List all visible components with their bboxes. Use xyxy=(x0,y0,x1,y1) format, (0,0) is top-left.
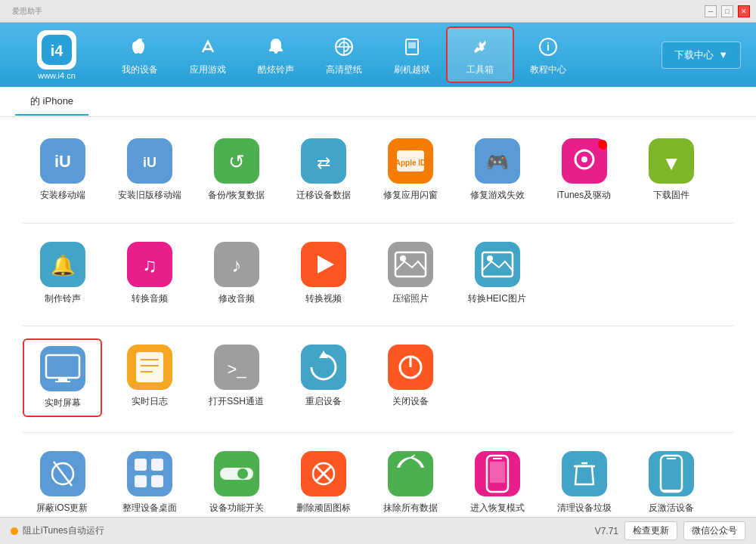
nav-tutorial-label: 教程中心 xyxy=(530,63,566,76)
check-update-button[interactable]: 检查更新 xyxy=(624,521,677,540)
open-ssh-icon: >_ xyxy=(214,345,259,390)
nav-jailbreak[interactable]: 刷机越狱 xyxy=(378,26,446,83)
edit-audio-icon: ♪ xyxy=(214,242,259,287)
backup-restore-icon: ↺ xyxy=(214,138,259,184)
tool-fix-app[interactable]: Apple ID修复应用闪窗 xyxy=(370,132,450,208)
svg-rect-48 xyxy=(136,352,163,382)
logo-area: i4 www.i4.cn xyxy=(8,30,106,80)
tool-migrate-data[interactable]: ⇄迁移设备数据 xyxy=(284,132,363,208)
svg-rect-77 xyxy=(490,462,505,483)
nav-apps-label: 应用游戏 xyxy=(190,63,226,76)
svg-point-68 xyxy=(237,468,248,479)
tool-reboot-device[interactable]: 重启设备 xyxy=(284,338,363,417)
download-firmware-label: 下载固件 xyxy=(653,190,689,202)
fix-game-icon: 🎮 xyxy=(475,138,520,184)
svg-point-42 xyxy=(487,255,493,261)
tool-convert-heic[interactable]: 转换HEIC图片 xyxy=(457,236,537,311)
wechat-button[interactable]: 微信公众号 xyxy=(683,521,745,540)
tool-clean-junk[interactable]: 清理设备垃圾 xyxy=(544,445,624,517)
device-tab-label: 的 iPhone xyxy=(30,95,73,107)
tool-realtime-log[interactable]: 实时日志 xyxy=(110,338,189,417)
convert-video-label: 转换视频 xyxy=(305,293,342,305)
download-center-label: 下载中心 xyxy=(674,48,714,62)
svg-text:i4: i4 xyxy=(51,42,64,59)
tool-make-ringtone[interactable]: 🔔制作铃声 xyxy=(23,236,102,311)
tool-erase-all[interactable]: 抹除所有数据 xyxy=(370,445,450,517)
tool-download-firmware[interactable]: ▼下载固件 xyxy=(631,132,711,208)
tool-row-1: iU安装移动端iU安装旧版移动端↺备份/恢复数据⇄迁移设备数据Apple ID修… xyxy=(23,132,733,208)
svg-text:iU: iU xyxy=(54,152,71,171)
tool-device-toggle[interactable]: 设备功能开关 xyxy=(197,445,276,517)
recovery-mode-icon xyxy=(475,451,520,496)
download-center-button[interactable]: 下载中心 ▼ xyxy=(662,42,741,69)
edit-audio-label: 修改音频 xyxy=(218,293,255,305)
logo-url: www.i4.cn xyxy=(38,71,76,80)
svg-text:i: i xyxy=(547,41,550,53)
tool-recovery-mode[interactable]: 进入恢复模式 xyxy=(457,445,537,517)
statusbar: 阻止iTunes自动运行 V7.71 检查更新 微信公众号 xyxy=(0,517,756,544)
nav-tutorial[interactable]: i 教程中心 xyxy=(514,26,582,83)
nav-ringtones-label: 酷炫铃声 xyxy=(258,63,294,76)
tool-install-app[interactable]: iU安装移动端 xyxy=(23,132,102,208)
realtime-screen-icon xyxy=(40,346,85,391)
nav-apps-games[interactable]: 应用游戏 xyxy=(174,26,242,83)
svg-text:♪: ♪ xyxy=(231,254,241,277)
compress-photo-icon xyxy=(388,242,433,287)
svg-rect-6 xyxy=(408,42,416,48)
minimize-button[interactable]: ─ xyxy=(705,5,717,17)
tool-install-old[interactable]: iU安装旧版移动端 xyxy=(110,132,189,208)
svg-point-2 xyxy=(138,39,142,43)
block-update-label: 屏蔽iOS更新 xyxy=(36,502,88,515)
erase-all-icon xyxy=(388,451,433,496)
svg-point-26 xyxy=(598,140,607,149)
convert-video-icon xyxy=(301,242,346,287)
realtime-log-label: 实时日志 xyxy=(132,396,168,408)
svg-point-39 xyxy=(400,255,406,261)
realtime-log-icon xyxy=(127,345,172,390)
device-tab[interactable]: 的 iPhone xyxy=(15,88,88,116)
svg-text:↺: ↺ xyxy=(228,150,245,173)
version-text: V7.71 xyxy=(595,526,618,536)
status-text: 阻止iTunes自动运行 xyxy=(23,524,104,537)
nav-my-device-label: 我的设备 xyxy=(122,63,158,76)
tool-backup-restore[interactable]: ↺备份/恢复数据 xyxy=(197,132,276,208)
tool-block-update[interactable]: 屏蔽iOS更新 xyxy=(23,445,102,517)
tool-organize-desktop[interactable]: 整理设备桌面 xyxy=(110,445,189,517)
tool-compress-photo[interactable]: 压缩照片 xyxy=(370,236,450,311)
realtime-screen-label: 实时屏幕 xyxy=(45,397,81,410)
nav-my-device[interactable]: 我的设备 xyxy=(106,26,174,83)
wrench-icon xyxy=(466,33,494,60)
maximize-button[interactable]: □ xyxy=(721,5,733,17)
svg-text:▼: ▼ xyxy=(662,152,681,175)
apple-icon xyxy=(126,33,153,60)
svg-rect-78 xyxy=(562,451,607,496)
install-app-label: 安装移动端 xyxy=(40,190,85,202)
nav-wallpaper[interactable]: 高清壁纸 xyxy=(310,26,378,83)
svg-text:♫: ♫ xyxy=(142,254,157,277)
tool-open-ssh[interactable]: >_打开SSH通道 xyxy=(197,338,276,417)
tool-deactivate[interactable]: 反激活设备 xyxy=(631,445,711,517)
bell-icon xyxy=(262,33,290,60)
tool-convert-audio[interactable]: ♫转换音频 xyxy=(110,236,189,311)
svg-text:🎮: 🎮 xyxy=(486,151,509,173)
tool-itunes-driver[interactable]: iTunes及驱动 xyxy=(544,132,624,208)
jailbreak-icon xyxy=(398,33,426,60)
tool-fix-game[interactable]: 🎮修复游戏失效 xyxy=(457,132,537,208)
tool-shutdown-device[interactable]: 关闭设备 xyxy=(370,338,450,417)
tool-convert-video[interactable]: 转换视频 xyxy=(284,236,363,311)
clean-junk-label: 清理设备垃圾 xyxy=(557,502,612,515)
header: i4 www.i4.cn 我的设备 应用游戏 xyxy=(0,23,756,87)
nav-toolbox[interactable]: 工具箱 xyxy=(446,26,514,83)
close-button[interactable]: ✕ xyxy=(738,5,750,17)
nav-items: 我的设备 应用游戏 酷炫铃声 xyxy=(106,26,662,83)
tool-edit-audio[interactable]: ♪修改音频 xyxy=(197,236,276,311)
tool-realtime-screen[interactable]: 实时屏幕 xyxy=(23,338,102,417)
nav-wallpaper-label: 高清壁纸 xyxy=(326,63,362,76)
tool-delete-stubborn[interactable]: 删除顽固图标 xyxy=(284,445,363,517)
nav-ringtones[interactable]: 酷炫铃声 xyxy=(242,26,310,83)
app-store-icon xyxy=(194,33,222,60)
backup-restore-label: 备份/恢复数据 xyxy=(208,190,265,202)
svg-rect-61 xyxy=(127,451,172,496)
shutdown-device-label: 关闭设备 xyxy=(392,396,429,408)
svg-point-24 xyxy=(581,156,587,162)
